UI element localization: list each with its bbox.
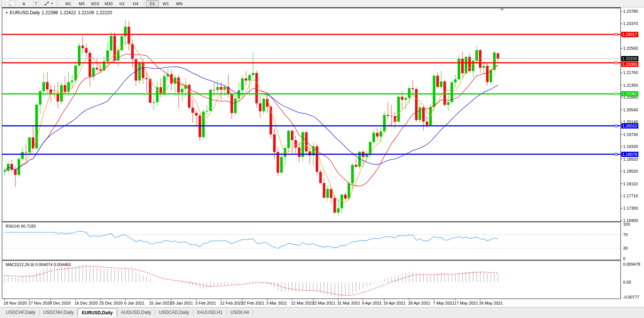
date-tick-label: 7 Dec 2020 bbox=[50, 301, 71, 305]
chevron-down-icon: ▼ bbox=[50, 2, 53, 5]
tab-usdchf-daily[interactable]: USDCHF,Daily bbox=[2, 308, 39, 316]
date-tick bbox=[409, 299, 409, 300]
timeframe-m5[interactable]: M5 bbox=[75, 0, 88, 7]
price-tick-label: 1.19330 bbox=[623, 144, 638, 149]
date-tick-label: 22 Feb 2021 bbox=[241, 301, 264, 305]
price-tick-label: 1.17300 bbox=[623, 206, 638, 211]
date-tick-label: 17 May 2021 bbox=[454, 301, 478, 305]
chart-shift-marker[interactable] bbox=[500, 9, 504, 11]
date-tick-label: 9 Apr 2021 bbox=[362, 301, 382, 305]
rsi-tick-label: 70 bbox=[623, 232, 628, 237]
tab-usoil-h4[interactable]: USOil,H4 bbox=[227, 308, 253, 316]
axis-tick bbox=[621, 24, 622, 24]
axis-tick bbox=[621, 48, 622, 49]
timeframe-group: M1M5M15M30H1H4D1W1MN bbox=[62, 0, 186, 7]
date-tick bbox=[4, 299, 5, 300]
timeframe-d1[interactable]: D1 bbox=[146, 0, 159, 7]
date-tick-label: 18 Nov 2020 bbox=[4, 301, 27, 305]
objects-dropdown-button[interactable]: ▼ bbox=[42, 0, 55, 7]
support-line-blue-1-price-label: 1.20010 bbox=[621, 123, 638, 129]
date-tick bbox=[242, 299, 242, 300]
tab-usdcnh-daily[interactable]: USDCNH,Daily bbox=[40, 308, 77, 316]
toolbar-grip[interactable] bbox=[1, 1, 5, 6]
tab-usdcad-daily[interactable]: USDCAD,Daily bbox=[155, 308, 193, 316]
date-tick-label: 3 Feb 2021 bbox=[195, 301, 216, 305]
date-tick bbox=[100, 299, 100, 300]
tab-eurusd-daily[interactable]: EURUSD,Daily bbox=[78, 308, 117, 317]
timeframe-m1[interactable]: M1 bbox=[62, 0, 75, 7]
timeframe-m15[interactable]: M15 bbox=[89, 0, 102, 7]
price-tick-label: 1.18520 bbox=[623, 169, 638, 174]
price-tick-label: 1.23780 bbox=[623, 9, 638, 14]
timeframe-mn[interactable]: MN bbox=[173, 0, 186, 7]
date-tick bbox=[363, 299, 363, 300]
text-tool-button[interactable]: T bbox=[30, 0, 41, 7]
annotate-button[interactable]: A bbox=[18, 0, 30, 7]
date-tick-label: 22 Mar 2021 bbox=[312, 301, 335, 305]
macd-tick-label: 0.009478 bbox=[623, 262, 640, 267]
axis-tick bbox=[621, 183, 622, 184]
date-tick bbox=[50, 299, 51, 300]
tab-xauusd-h1[interactable]: XAUUSD,H1 bbox=[193, 308, 226, 316]
rsi-tick-label: 0 bbox=[623, 256, 625, 261]
cycle-arrows-icon bbox=[44, 1, 49, 6]
date-tick-label: 28 Apr 2021 bbox=[408, 301, 430, 305]
date-tick bbox=[455, 299, 455, 300]
axis-tick bbox=[621, 11, 622, 12]
axis-tick bbox=[621, 97, 622, 98]
date-tick-label: 12 Feb 2021 bbox=[220, 301, 243, 305]
quote-open: 1.22396 bbox=[42, 10, 58, 15]
date-tick bbox=[313, 299, 313, 300]
rsi-tick-label: 30 bbox=[623, 246, 628, 251]
ma-fast bbox=[5, 42, 498, 203]
axis-tick bbox=[621, 134, 622, 135]
chart-menu-arrow-icon[interactable]: ▼ bbox=[5, 11, 8, 15]
macd-label: MACD(12,26,9) 0.004074 0.004483 bbox=[6, 262, 71, 267]
timeframe-h4[interactable]: H4 bbox=[129, 0, 142, 7]
rsi-panel[interactable]: RSI(14) 60.7183 bbox=[2, 222, 621, 260]
date-tick bbox=[434, 299, 434, 300]
date-tick-label: 31 Mar 2021 bbox=[337, 301, 360, 305]
main-chart-panel[interactable]: ▼EURUSD,Daily1.223961.224221.221091.2222… bbox=[2, 7, 621, 222]
date-tick-label: 12 Mar 2021 bbox=[291, 301, 314, 305]
text-icon: T bbox=[33, 1, 39, 6]
timeframe-h1[interactable]: H1 bbox=[116, 0, 129, 7]
price-tick-label: 1.18920 bbox=[623, 157, 638, 162]
candlestick-chart[interactable] bbox=[2, 8, 620, 221]
rsi-line bbox=[5, 231, 498, 248]
axis-tick bbox=[621, 208, 622, 209]
axis-tick bbox=[621, 196, 622, 196]
axis-tick bbox=[621, 220, 622, 221]
axis-tick bbox=[621, 109, 622, 110]
date-tick bbox=[221, 299, 221, 300]
date-tick-label: 15 Jan 2021 bbox=[149, 301, 172, 305]
rsi-plot[interactable] bbox=[2, 222, 620, 260]
current-price-line-price-label: 1.22220 bbox=[621, 56, 638, 61]
date-tick-label: 25 Jan 2021 bbox=[170, 301, 193, 305]
price-tick-label: 1.21760 bbox=[623, 70, 638, 75]
date-axis[interactable]: 18 Nov 202027 Nov 20207 Dec 202016 Dec 2… bbox=[2, 299, 621, 307]
rsi-label: RSI(14) 60.7183 bbox=[6, 224, 36, 228]
date-tick-label: 6 Jan 2021 bbox=[124, 301, 145, 305]
timeframe-w1[interactable]: W1 bbox=[160, 0, 172, 7]
date-tick-label: 27 Nov 2020 bbox=[28, 301, 52, 305]
price-axis[interactable]: 1.237801.233701.229701.225601.217601.213… bbox=[621, 7, 644, 306]
macd-tick-label: 0.00 bbox=[623, 280, 631, 285]
timeframe-m30[interactable]: M30 bbox=[102, 0, 115, 7]
macd-panel[interactable]: MACD(12,26,9) 0.004074 0.004483 bbox=[2, 260, 621, 299]
price-tick-label: 1.22560 bbox=[623, 46, 638, 51]
letter-a-icon: A bbox=[22, 1, 25, 6]
toolbar-separator bbox=[144, 1, 144, 6]
toolbar-grip[interactable] bbox=[57, 1, 61, 6]
grid-template-button[interactable]: F bbox=[6, 0, 18, 7]
date-tick-label: 16 Dec 2020 bbox=[75, 301, 98, 305]
support-line-blue-2-price-label: 1.19078 bbox=[621, 152, 638, 157]
tab-audusd-daily[interactable]: AUDUSD,Daily bbox=[117, 308, 155, 316]
axis-tick bbox=[621, 122, 622, 122]
date-tick-label: 26 May 2021 bbox=[479, 301, 503, 305]
price-tick-label: 1.17710 bbox=[623, 193, 638, 198]
date-tick bbox=[338, 299, 338, 300]
date-tick bbox=[292, 299, 292, 300]
macd-plot[interactable] bbox=[2, 261, 620, 299]
date-tick-label: 7 May 2021 bbox=[433, 301, 454, 305]
